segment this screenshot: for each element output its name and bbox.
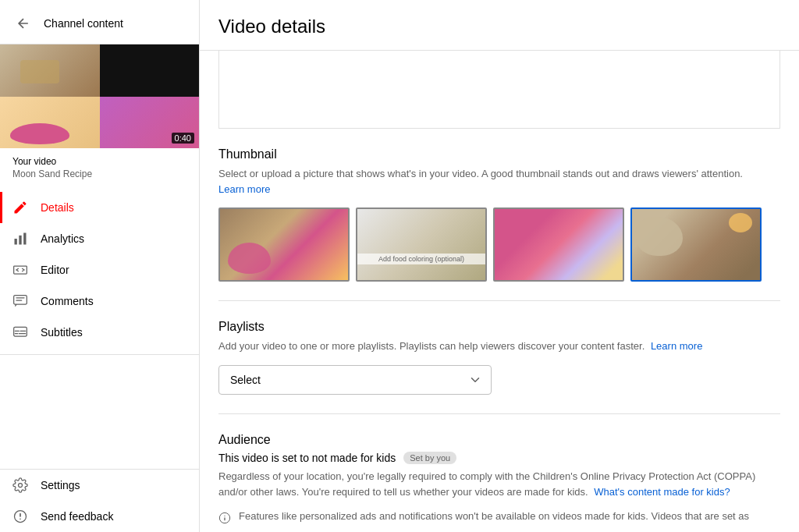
video-label: Your video <box>12 156 186 167</box>
editor-icon <box>12 262 28 278</box>
thumb-bg-2: Add food coloring (optional) <box>357 209 485 280</box>
description-textarea[interactable] <box>218 51 780 129</box>
coppa-link[interactable]: What's content made for kids? <box>594 486 730 498</box>
page-title: Video details <box>218 16 780 37</box>
svg-rect-2 <box>23 233 26 245</box>
features-row: Features like personalized ads and notif… <box>218 510 780 524</box>
thumb-cell-1 <box>0 44 100 97</box>
sidebar-item-label-details: Details <box>41 201 74 214</box>
thumb-bg-3 <box>495 209 623 280</box>
video-duration: 0:40 <box>172 133 194 144</box>
sidebar-item-editor[interactable]: Editor <box>0 254 199 286</box>
thumbnail-desc-text: Select or upload a picture that shows wh… <box>218 168 743 179</box>
thumbnail-option-2[interactable]: Add food coloring (optional) <box>356 207 487 282</box>
sidebar-item-label-feedback: Send feedback <box>41 510 113 523</box>
audience-section: Audience This video is set to not made f… <box>218 414 780 533</box>
thumb-cell-3 <box>0 97 100 149</box>
thumbnails-row: Add food coloring (optional) <box>218 207 780 282</box>
playlists-desc-text: Add your video to one or more playlists.… <box>218 340 645 352</box>
audience-status-label: This video is set to not made for kids <box>218 452 396 464</box>
svg-rect-0 <box>15 239 17 245</box>
thumb-bg-4 <box>632 209 760 280</box>
thumb-bg-1 <box>220 209 348 280</box>
sidebar-item-label-comments: Comments <box>41 295 94 307</box>
video-title: Moon Sand Recipe <box>12 168 186 179</box>
thumb-2-text: Add food coloring (optional) <box>357 254 485 264</box>
playlist-select-wrapper: Select <box>218 365 492 395</box>
sidebar-header: Channel content <box>0 0 199 44</box>
video-info: Your video Moon Sand Recipe <box>0 148 199 186</box>
feedback-icon <box>12 509 28 524</box>
info-icon <box>218 512 231 524</box>
set-by-badge: Set by you <box>403 452 456 464</box>
thumbnail-option-4[interactable] <box>630 207 762 282</box>
nav-items: Details Analytics Editor <box>0 192 199 348</box>
main-content: Video details Thumbnail Select or upload… <box>200 0 799 532</box>
comments-icon <box>12 293 28 309</box>
sidebar: Channel content 0:40 Your video <box>0 0 200 532</box>
settings-icon <box>12 477 28 493</box>
thumbnail-option-1[interactable] <box>218 207 350 282</box>
thumbnail-desc: Select or upload a picture that shows wh… <box>218 166 780 197</box>
subtitles-icon <box>12 325 28 340</box>
back-button[interactable] <box>12 12 34 34</box>
video-preview: 0:40 <box>0 44 199 148</box>
sidebar-item-details[interactable]: Details <box>0 192 199 223</box>
svg-rect-1 <box>19 236 21 245</box>
main-body: Thumbnail Select or upload a picture tha… <box>200 51 799 532</box>
sidebar-item-settings[interactable]: Settings <box>0 470 199 501</box>
sidebar-item-analytics[interactable]: Analytics <box>0 223 199 254</box>
sidebar-bottom: Settings Send feedback <box>0 469 199 532</box>
playlists-learn-more[interactable]: Learn more <box>651 340 702 352</box>
playlists-title: Playlists <box>218 320 780 334</box>
sidebar-item-subtitles[interactable]: Subtitles <box>0 317 199 348</box>
thumb-cell-2 <box>100 44 200 97</box>
thumbnail-section: Thumbnail Select or upload a picture tha… <box>218 129 780 301</box>
thumbnail-learn-more[interactable]: Learn more <box>218 183 270 195</box>
main-header: Video details <box>200 0 799 51</box>
sidebar-item-feedback[interactable]: Send feedback <box>0 501 199 532</box>
playlists-section: Playlists Add your video to one or more … <box>218 301 780 414</box>
sidebar-item-label-analytics: Analytics <box>41 232 84 245</box>
svg-point-6 <box>19 484 23 488</box>
sidebar-item-label-subtitles: Subtitles <box>41 326 83 339</box>
sidebar-item-comments[interactable]: Comments <box>0 286 199 317</box>
audience-section-title: Audience <box>218 433 780 447</box>
nav-divider <box>0 354 199 355</box>
sidebar-title: Channel content <box>44 17 123 30</box>
svg-rect-5 <box>14 327 27 336</box>
analytics-icon <box>12 231 28 246</box>
sidebar-item-label-editor: Editor <box>41 264 69 276</box>
audience-description: Regardless of your location, you're lega… <box>218 469 780 502</box>
pencil-icon <box>12 200 28 215</box>
thumbnail-title: Thumbnail <box>218 147 780 161</box>
playlists-desc: Add your video to one or more playlists.… <box>218 339 780 354</box>
svg-rect-4 <box>14 296 27 305</box>
sidebar-item-label-settings: Settings <box>41 479 80 491</box>
thumbnail-option-3[interactable] <box>493 207 624 282</box>
playlist-select[interactable]: Select <box>218 365 492 395</box>
features-text: Features like personalized ads and notif… <box>239 510 749 522</box>
audience-status-row: This video is set to not made for kids S… <box>218 452 780 464</box>
